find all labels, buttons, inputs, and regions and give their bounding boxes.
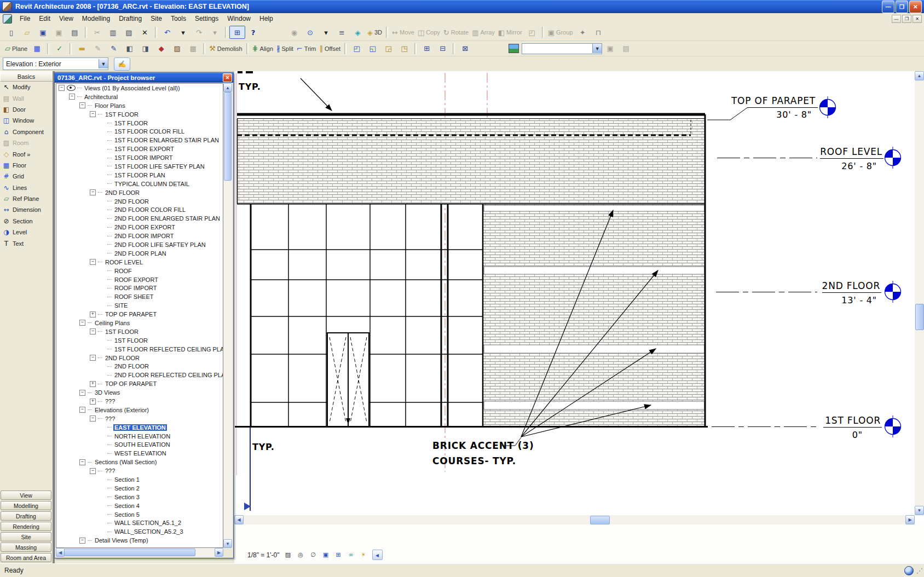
- tree-item-label[interactable]: 2ND FLOOR ENLARGED STAIR PLAN: [113, 215, 221, 222]
- sidebar-item-grid[interactable]: #Grid: [0, 171, 53, 182]
- undo-dropdown[interactable]: ▾: [175, 26, 191, 39]
- menu-drafting[interactable]: Drafting: [114, 14, 146, 24]
- tree-item-elevations-exterior[interactable]: −Elevations (Exterior): [56, 406, 223, 414]
- tree-item-1st-floor[interactable]: −1ST FLOOR: [56, 327, 223, 336]
- tree-item-2nd-floor-export[interactable]: 2ND FLOOR EXPORT: [56, 223, 223, 232]
- collapse-expander-icon[interactable]: −: [79, 390, 85, 396]
- tree-item-label[interactable]: ???: [104, 398, 116, 405]
- design-bar-tab-massing[interactable]: Massing: [1, 543, 51, 552]
- render-image-button[interactable]: ▣: [602, 42, 618, 55]
- join-geometry-button[interactable]: ◨: [137, 42, 153, 55]
- title-bar[interactable]: Revit Architecture 2008 - [07136_ARC.rvt…: [0, 0, 924, 13]
- tree-item-label[interactable]: 1ST FLOOR ENLARGED STAIR PLAN: [113, 137, 220, 143]
- tree-item-2nd-floor-reflected-ceiling-plan[interactable]: 2ND FLOOR REFLECTED CEILING PLAN: [56, 371, 223, 379]
- temporary-hide-icon[interactable]: ∞: [347, 551, 356, 559]
- communication-status-icon[interactable]: [904, 566, 914, 575]
- level-name[interactable]: TOP OF PARAPET: [731, 95, 816, 106]
- tree-item-2nd-floor-life-saftey-plan[interactable]: 2ND FLOOR LIFE SAFTEY PLAN: [56, 240, 223, 249]
- tree-item-label[interactable]: 2ND FLOOR: [104, 189, 141, 196]
- tree-item-roof-level[interactable]: −ROOF LEVEL: [56, 258, 223, 267]
- collapse-expander-icon[interactable]: −: [79, 102, 85, 108]
- level-elevation[interactable]: 0": [852, 430, 863, 440]
- restore-button[interactable]: ❐: [896, 1, 908, 13]
- scroll-left-button[interactable]: ◀: [234, 515, 244, 524]
- move-button[interactable]: ↔Move: [390, 26, 416, 39]
- tree-item-1st-floor-life-saftey-plan[interactable]: 1ST FLOOR LIFE SAFTEY PLAN: [56, 162, 223, 171]
- tree-item-floor-plans[interactable]: −Floor Plans: [56, 101, 223, 110]
- design-bar-tab-rendering[interactable]: Rendering: [1, 522, 51, 531]
- spelling-button[interactable]: ✓: [51, 42, 67, 55]
- mdi-restore-button[interactable]: ❐: [902, 15, 911, 23]
- tree-item-label[interactable]: EAST ELEVATION: [113, 424, 167, 431]
- scroll-up-button[interactable]: ▲: [223, 83, 232, 92]
- tree-item-section-2[interactable]: Section 2: [56, 484, 223, 493]
- tree-item-site[interactable]: SITE: [56, 301, 223, 310]
- tree-item-label[interactable]: WEST ELEVATION: [113, 450, 168, 457]
- tree-item-2nd-floor[interactable]: −2ND FLOOR: [56, 354, 223, 362]
- project-browser-toggle[interactable]: ⊞: [229, 26, 245, 39]
- tree-item-2nd-floor[interactable]: 2ND FLOOR: [56, 197, 223, 206]
- sidebar-item-door[interactable]: ◧Door: [0, 104, 53, 115]
- context-help-button[interactable]: ?: [245, 26, 261, 39]
- menu-site[interactable]: Site: [146, 14, 166, 24]
- redo-dropdown[interactable]: ▾: [207, 26, 223, 39]
- tree-item-1st-floor-color-fill[interactable]: 1ST FLOOR COLOR FILL: [56, 127, 223, 136]
- tree-item-1st-floor[interactable]: 1ST FLOOR: [56, 119, 223, 128]
- paste-button[interactable]: ▧: [121, 26, 137, 39]
- tree-item-label[interactable]: WALL_SECTION_A5.2_3: [113, 528, 184, 535]
- level-annotations[interactable]: TOP OF PARAPET 30' - 8" ROOF LEVEL 26' -…: [707, 95, 901, 440]
- tree-item-label[interactable]: 2ND FLOOR: [113, 363, 150, 370]
- tree-item-item[interactable]: +???: [56, 397, 223, 406]
- tree-item-sections-wall-section[interactable]: −Sections (Wall Section): [56, 458, 223, 466]
- chevron-down-icon[interactable]: ▼: [99, 59, 108, 68]
- collapse-expander-icon[interactable]: −: [79, 538, 85, 544]
- resize-grip[interactable]: [916, 567, 923, 574]
- menu-help[interactable]: Help: [255, 14, 278, 24]
- mirror-button[interactable]: ◧Mirror: [496, 26, 524, 39]
- tree-item-section-5[interactable]: Section 5: [56, 510, 223, 519]
- expand-expander-icon[interactable]: +: [90, 399, 96, 405]
- join-walls-button[interactable]: ◰: [349, 42, 365, 55]
- sidebar-item-component[interactable]: ⌂Component: [0, 126, 53, 137]
- sidebar-item-level[interactable]: ◑Level: [0, 227, 53, 238]
- level-elevation[interactable]: 30' - 8": [776, 109, 812, 120]
- scroll-right-button[interactable]: ▶: [905, 515, 915, 524]
- rotate-button[interactable]: ↻Rotate: [442, 26, 470, 39]
- close-button[interactable]: ✕: [909, 1, 922, 13]
- tree-item-label[interactable]: ROOF IMPORT: [113, 285, 158, 291]
- tree-item-label[interactable]: 2ND FLOOR EXPORT: [113, 224, 176, 230]
- collapse-expander-icon[interactable]: −: [79, 407, 85, 413]
- sidebar-item-lines[interactable]: ∿Lines: [0, 182, 53, 193]
- collapse-expander-icon[interactable]: −: [90, 259, 96, 265]
- tree-item-label[interactable]: SITE: [113, 302, 129, 309]
- tree-item-1st-floor-import[interactable]: 1ST FLOOR IMPORT: [56, 153, 223, 162]
- cut-button[interactable]: ✂: [89, 26, 105, 39]
- cut-profile-button[interactable]: ⊞: [419, 42, 435, 55]
- tree-item-label[interactable]: 1ST FLOOR: [104, 328, 140, 335]
- minimize-button[interactable]: —: [882, 1, 894, 13]
- paint-button[interactable]: ◆: [153, 42, 169, 55]
- work-plane-button[interactable]: ▱Plane: [3, 42, 29, 55]
- tree-item-2nd-floor-import[interactable]: 2ND FLOOR IMPORT: [56, 232, 223, 240]
- tree-item-top-of-parapet[interactable]: +TOP OF PARAPET: [56, 379, 223, 388]
- view-scale-label[interactable]: 1/8" = 1'-0": [247, 551, 280, 559]
- align-button[interactable]: ⋕Align: [251, 42, 275, 55]
- close-icon[interactable]: ✕: [223, 73, 232, 82]
- tree-item-label[interactable]: ROOF EXPORT: [113, 276, 159, 283]
- array-button[interactable]: ▥Array: [470, 26, 496, 39]
- wall-sweep-button[interactable]: ◲: [380, 42, 396, 55]
- collapse-expander-icon[interactable]: −: [59, 85, 65, 91]
- level-elevation[interactable]: 26' - 8": [841, 161, 877, 171]
- tree-item-label[interactable]: Section 4: [113, 503, 141, 509]
- mdi-close-button[interactable]: ✕: [913, 15, 922, 23]
- tree-item-label[interactable]: 2ND FLOOR REFLECTED CEILING PLAN: [113, 372, 223, 378]
- tree-item-label[interactable]: Views (01 By Associated Level (all)): [83, 85, 181, 91]
- tree-item-north-elevation[interactable]: NORTH ELEVATION: [56, 432, 223, 441]
- browser-horizontal-scrollbar[interactable]: ◀ ▶: [56, 548, 223, 557]
- horizontal-scroll-thumb[interactable]: [590, 516, 610, 524]
- tree-item-label[interactable]: 2ND FLOOR IMPORT: [113, 233, 175, 239]
- project-browser-tree[interactable]: −Views (01 By Associated Level (all))−Ar…: [56, 83, 223, 548]
- level-name[interactable]: 2ND FLOOR: [822, 280, 880, 291]
- render-export-button[interactable]: ▤: [618, 42, 634, 55]
- element-properties-button[interactable]: ✍: [114, 57, 130, 71]
